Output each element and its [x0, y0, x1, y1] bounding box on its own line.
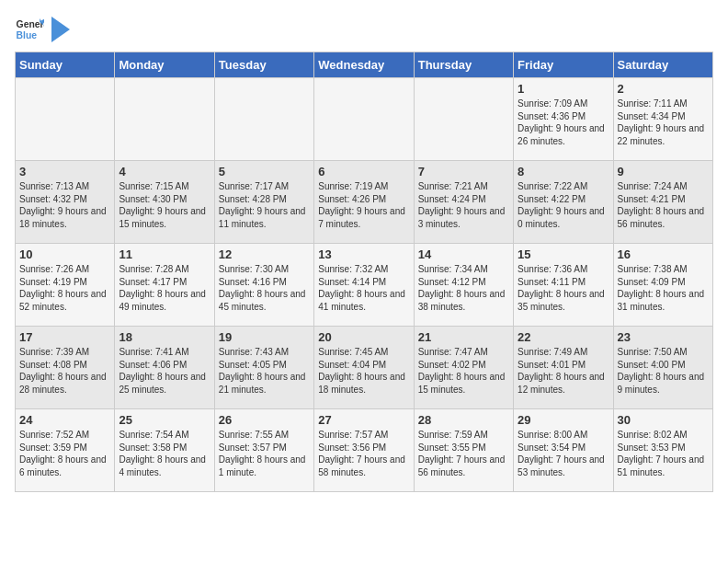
weekday-header-sunday: Sunday: [16, 52, 115, 78]
day-info: Sunrise: 7:22 AM Sunset: 4:22 PM Dayligh…: [518, 180, 609, 230]
calendar-day-cell: 5Sunrise: 7:17 AM Sunset: 4:28 PM Daylig…: [214, 161, 313, 244]
day-number: 11: [119, 247, 210, 261]
calendar-day-cell: 16Sunrise: 7:38 AM Sunset: 4:09 PM Dayli…: [613, 244, 712, 327]
calendar-day-cell: 13Sunrise: 7:32 AM Sunset: 4:14 PM Dayli…: [314, 244, 414, 327]
weekday-header-thursday: Thursday: [414, 52, 513, 78]
day-info: Sunrise: 7:15 AM Sunset: 4:30 PM Dayligh…: [119, 180, 210, 230]
day-number: 9: [618, 165, 709, 178]
calendar-day-cell: 6Sunrise: 7:19 AM Sunset: 4:26 PM Daylig…: [314, 161, 414, 244]
calendar-day-cell: 3Sunrise: 7:13 AM Sunset: 4:32 PM Daylig…: [16, 161, 115, 244]
calendar-day-cell: 19Sunrise: 7:43 AM Sunset: 4:05 PM Dayli…: [214, 327, 313, 409]
day-info: Sunrise: 7:54 AM Sunset: 3:58 PM Dayligh…: [119, 429, 210, 478]
day-info: Sunrise: 7:43 AM Sunset: 4:05 PM Dayligh…: [219, 346, 310, 396]
calendar-day-cell: 30Sunrise: 8:02 AM Sunset: 3:53 PM Dayli…: [613, 409, 712, 492]
day-number: 8: [518, 165, 609, 178]
calendar-day-cell: 9Sunrise: 7:24 AM Sunset: 4:21 PM Daylig…: [613, 161, 712, 244]
day-info: Sunrise: 7:19 AM Sunset: 4:26 PM Dayligh…: [318, 180, 409, 230]
day-info: Sunrise: 7:59 AM Sunset: 3:55 PM Dayligh…: [418, 429, 509, 478]
calendar-week-row: 3Sunrise: 7:13 AM Sunset: 4:32 PM Daylig…: [16, 161, 713, 244]
calendar-day-cell: 24Sunrise: 7:52 AM Sunset: 3:59 PM Dayli…: [16, 409, 115, 492]
weekday-header-monday: Monday: [115, 52, 214, 78]
day-info: Sunrise: 7:11 AM Sunset: 4:34 PM Dayligh…: [618, 98, 709, 147]
calendar-day-cell: 25Sunrise: 7:54 AM Sunset: 3:58 PM Dayli…: [115, 409, 214, 492]
calendar-day-cell: 1Sunrise: 7:09 AM Sunset: 4:36 PM Daylig…: [514, 78, 613, 161]
day-info: Sunrise: 8:00 AM Sunset: 3:54 PM Dayligh…: [518, 429, 609, 478]
day-number: 22: [518, 330, 609, 344]
day-number: 10: [19, 247, 110, 261]
weekday-header-row: SundayMondayTuesdayWednesdayThursdayFrid…: [16, 52, 713, 78]
calendar-day-cell: 7Sunrise: 7:21 AM Sunset: 4:24 PM Daylig…: [414, 161, 513, 244]
calendar-day-cell: 17Sunrise: 7:39 AM Sunset: 4:08 PM Dayli…: [16, 327, 115, 409]
day-number: 17: [19, 330, 110, 344]
calendar-day-cell: 20Sunrise: 7:45 AM Sunset: 4:04 PM Dayli…: [314, 327, 414, 409]
day-info: Sunrise: 7:34 AM Sunset: 4:12 PM Dayligh…: [418, 263, 509, 313]
day-info: Sunrise: 7:21 AM Sunset: 4:24 PM Dayligh…: [418, 180, 509, 230]
calendar-week-row: 17Sunrise: 7:39 AM Sunset: 4:08 PM Dayli…: [16, 327, 713, 409]
day-number: 30: [618, 413, 709, 427]
calendar-day-cell: 23Sunrise: 7:50 AM Sunset: 4:00 PM Dayli…: [613, 327, 712, 409]
day-number: 20: [318, 330, 409, 344]
day-number: 5: [219, 165, 310, 178]
day-info: Sunrise: 7:32 AM Sunset: 4:14 PM Dayligh…: [318, 263, 409, 313]
calendar-empty-cell: [414, 78, 513, 161]
day-info: Sunrise: 7:30 AM Sunset: 4:16 PM Dayligh…: [219, 263, 310, 313]
calendar-empty-cell: [16, 78, 115, 161]
calendar-day-cell: 2Sunrise: 7:11 AM Sunset: 4:34 PM Daylig…: [613, 78, 712, 161]
calendar-day-cell: 12Sunrise: 7:30 AM Sunset: 4:16 PM Dayli…: [214, 244, 313, 327]
day-info: Sunrise: 7:45 AM Sunset: 4:04 PM Dayligh…: [318, 346, 409, 396]
day-info: Sunrise: 7:28 AM Sunset: 4:17 PM Dayligh…: [119, 263, 210, 313]
day-number: 26: [219, 413, 310, 427]
calendar-week-row: 1Sunrise: 7:09 AM Sunset: 4:36 PM Daylig…: [16, 78, 713, 161]
day-info: Sunrise: 7:17 AM Sunset: 4:28 PM Dayligh…: [219, 180, 310, 230]
day-number: 29: [518, 413, 609, 427]
calendar-day-cell: 21Sunrise: 7:47 AM Sunset: 4:02 PM Dayli…: [414, 327, 513, 409]
day-info: Sunrise: 7:47 AM Sunset: 4:02 PM Dayligh…: [418, 346, 509, 396]
calendar-day-cell: 4Sunrise: 7:15 AM Sunset: 4:30 PM Daylig…: [115, 161, 214, 244]
day-number: 7: [418, 165, 509, 178]
day-info: Sunrise: 8:02 AM Sunset: 3:53 PM Dayligh…: [618, 429, 709, 478]
calendar-day-cell: 28Sunrise: 7:59 AM Sunset: 3:55 PM Dayli…: [414, 409, 513, 492]
calendar-empty-cell: [314, 78, 414, 161]
day-number: 28: [418, 413, 509, 427]
day-info: Sunrise: 7:09 AM Sunset: 4:36 PM Dayligh…: [518, 98, 609, 147]
day-info: Sunrise: 7:52 AM Sunset: 3:59 PM Dayligh…: [19, 429, 110, 478]
day-number: 25: [119, 413, 210, 427]
svg-marker-4: [51, 17, 70, 42]
logo-icon: General Blue: [15, 15, 44, 44]
day-number: 2: [618, 82, 709, 96]
calendar-day-cell: 22Sunrise: 7:49 AM Sunset: 4:01 PM Dayli…: [514, 327, 613, 409]
calendar-day-cell: 29Sunrise: 8:00 AM Sunset: 3:54 PM Dayli…: [514, 409, 613, 492]
calendar-week-row: 24Sunrise: 7:52 AM Sunset: 3:59 PM Dayli…: [16, 409, 713, 492]
day-number: 19: [219, 330, 310, 344]
calendar-day-cell: 14Sunrise: 7:34 AM Sunset: 4:12 PM Dayli…: [414, 244, 513, 327]
day-number: 24: [19, 413, 110, 427]
logo-arrow-icon: [51, 17, 70, 42]
weekday-header-tuesday: Tuesday: [214, 52, 313, 78]
day-info: Sunrise: 7:57 AM Sunset: 3:56 PM Dayligh…: [318, 429, 409, 478]
weekday-header-saturday: Saturday: [613, 52, 712, 78]
calendar-header: SundayMondayTuesdayWednesdayThursdayFrid…: [16, 52, 713, 78]
day-number: 21: [418, 330, 509, 344]
day-number: 15: [518, 247, 609, 261]
calendar-day-cell: 18Sunrise: 7:41 AM Sunset: 4:06 PM Dayli…: [115, 327, 214, 409]
calendar-body: 1Sunrise: 7:09 AM Sunset: 4:36 PM Daylig…: [16, 78, 713, 492]
day-number: 4: [119, 165, 210, 178]
calendar-empty-cell: [115, 78, 214, 161]
logo: General Blue: [15, 15, 70, 44]
calendar-empty-cell: [214, 78, 313, 161]
day-number: 6: [318, 165, 409, 178]
day-info: Sunrise: 7:24 AM Sunset: 4:21 PM Dayligh…: [618, 180, 709, 230]
header: General Blue: [15, 15, 713, 44]
weekday-header-friday: Friday: [514, 52, 613, 78]
day-number: 18: [119, 330, 210, 344]
calendar-day-cell: 8Sunrise: 7:22 AM Sunset: 4:22 PM Daylig…: [514, 161, 613, 244]
calendar-day-cell: 15Sunrise: 7:36 AM Sunset: 4:11 PM Dayli…: [514, 244, 613, 327]
day-number: 12: [219, 247, 310, 261]
day-number: 14: [418, 247, 509, 261]
day-info: Sunrise: 7:41 AM Sunset: 4:06 PM Dayligh…: [119, 346, 210, 396]
day-info: Sunrise: 7:13 AM Sunset: 4:32 PM Dayligh…: [19, 180, 110, 230]
calendar-day-cell: 10Sunrise: 7:26 AM Sunset: 4:19 PM Dayli…: [16, 244, 115, 327]
calendar-day-cell: 11Sunrise: 7:28 AM Sunset: 4:17 PM Dayli…: [115, 244, 214, 327]
calendar-week-row: 10Sunrise: 7:26 AM Sunset: 4:19 PM Dayli…: [16, 244, 713, 327]
day-number: 23: [618, 330, 709, 344]
